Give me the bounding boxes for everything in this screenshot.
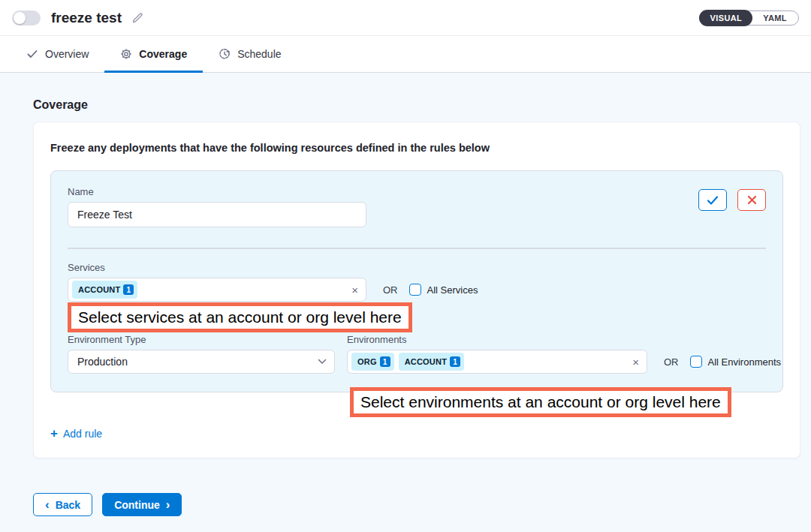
environment-type-field: Environment Type Production xyxy=(68,334,335,374)
environments-label: Environments xyxy=(347,334,781,345)
chevron-down-icon xyxy=(318,359,327,365)
services-annotation: Select services at an account or org lev… xyxy=(68,302,412,332)
visual-yaml-toggle: VISUAL YAML xyxy=(699,11,799,26)
services-multiselect[interactable]: ACCOUNT 1 × xyxy=(68,278,366,302)
rule-actions xyxy=(698,189,766,211)
tag-text: ACCOUNT xyxy=(78,285,120,294)
check-icon xyxy=(26,48,38,60)
environments-multiselect[interactable]: ORG 1 ACCOUNT 1 × xyxy=(347,350,647,374)
section-title: Coverage xyxy=(33,98,800,112)
tab-label: Schedule xyxy=(237,48,281,60)
all-services-checkbox[interactable] xyxy=(409,284,421,296)
environment-type-label: Environment Type xyxy=(68,334,335,345)
tab-bar: Overview Coverage Schedule xyxy=(0,36,811,73)
chevron-left-icon: ‹ xyxy=(45,498,50,511)
add-rule-label: Add rule xyxy=(63,428,102,440)
name-label: Name xyxy=(68,186,766,197)
environments-or-group: OR All Environments xyxy=(664,350,781,374)
tab-coverage[interactable]: Coverage xyxy=(104,36,203,72)
services-row: Services ACCOUNT 1 × OR All Services xyxy=(68,262,766,302)
back-label: Back xyxy=(56,499,80,511)
tag-count-badge: 1 xyxy=(123,284,134,295)
environment-type-value: Production xyxy=(77,356,128,368)
divider xyxy=(68,248,766,249)
add-rule-button[interactable]: + Add rule xyxy=(50,427,102,440)
toggle-knob xyxy=(14,12,26,24)
all-environments-label: All Environments xyxy=(708,356,782,368)
tag-count-badge: 1 xyxy=(380,356,390,367)
environments-field: Environments ORG 1 ACCOUNT 1 × xyxy=(347,334,781,374)
confirm-rule-button[interactable] xyxy=(698,189,727,211)
top-bar: freeze test VISUAL YAML xyxy=(0,0,811,36)
freeze-enable-toggle[interactable] xyxy=(12,11,41,26)
freeze-rule-card: Name Services ACCOUNT 1 × OR xyxy=(50,170,783,392)
tag-count-badge: 1 xyxy=(450,356,460,367)
environments-row: Environment Type Production Environments… xyxy=(68,334,766,374)
back-button[interactable]: ‹ Back xyxy=(33,493,92,516)
tag-text: ACCOUNT xyxy=(405,357,447,366)
clear-services-icon[interactable]: × xyxy=(351,284,358,296)
environment-scope-tag[interactable]: ORG 1 xyxy=(351,353,394,371)
tag-text: ORG xyxy=(357,357,377,366)
chevron-right-icon: › xyxy=(166,498,170,511)
environment-type-select[interactable]: Production xyxy=(68,350,335,374)
services-or-group: OR All Services xyxy=(383,278,478,302)
or-label: OR xyxy=(664,356,679,368)
clear-environments-icon[interactable]: × xyxy=(632,356,639,368)
services-field: Services ACCOUNT 1 × xyxy=(68,262,366,302)
edit-title-icon[interactable] xyxy=(131,11,144,25)
tab-label: Coverage xyxy=(139,48,187,60)
gear-icon xyxy=(120,48,132,60)
page-title: freeze test xyxy=(51,10,122,26)
wizard-footer: ‹ Back Continue › xyxy=(33,493,811,516)
coverage-intro-text: Freeze any deployments that have the fol… xyxy=(50,142,783,154)
coverage-card: Freeze any deployments that have the fol… xyxy=(33,122,800,458)
tab-schedule[interactable]: Schedule xyxy=(203,36,297,72)
or-label: OR xyxy=(383,284,398,296)
all-environments-checkbox[interactable] xyxy=(690,356,702,368)
tab-label: Overview xyxy=(45,48,89,60)
checkmark-icon xyxy=(707,195,719,206)
plus-icon: + xyxy=(50,427,58,440)
rule-name-input[interactable] xyxy=(68,202,366,227)
environments-annotation: Select environments at an account or org… xyxy=(350,387,731,417)
service-scope-tag[interactable]: ACCOUNT 1 xyxy=(72,281,137,299)
coverage-content: Coverage Freeze any deployments that hav… xyxy=(0,98,811,458)
continue-button[interactable]: Continue › xyxy=(102,493,182,516)
all-services-label: All Services xyxy=(427,284,478,296)
environment-scope-tag[interactable]: ACCOUNT 1 xyxy=(399,353,464,371)
delete-rule-button[interactable] xyxy=(737,189,766,211)
history-clock-icon xyxy=(219,48,231,60)
yaml-segment[interactable]: YAML xyxy=(752,14,798,23)
visual-segment[interactable]: VISUAL xyxy=(699,10,752,26)
services-label: Services xyxy=(68,262,366,273)
x-icon xyxy=(747,195,757,205)
tab-overview[interactable]: Overview xyxy=(11,36,104,72)
continue-label: Continue xyxy=(114,499,160,511)
